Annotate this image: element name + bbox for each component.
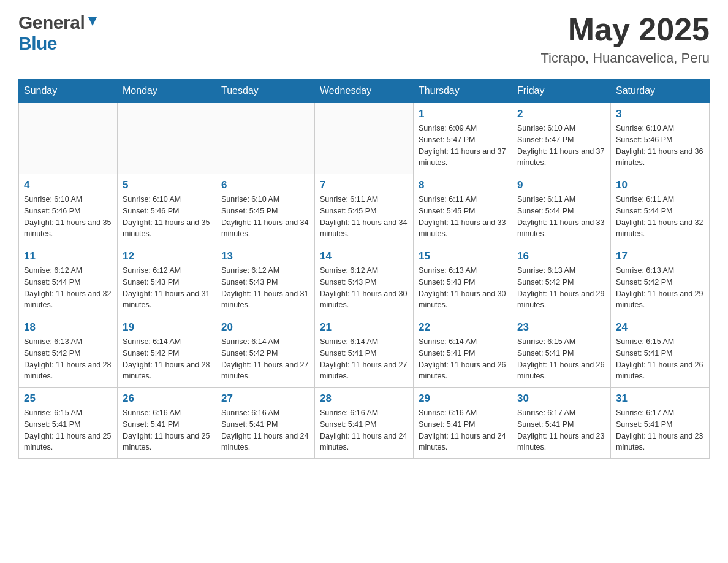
- logo: General Blue: [18, 12, 99, 54]
- day-info: Sunrise: 6:15 AMSunset: 5:41 PMDaylight:…: [24, 407, 112, 453]
- logo-triangle-icon: [86, 15, 99, 31]
- calendar-table: SundayMondayTuesdayWednesdayThursdayFrid…: [18, 79, 710, 459]
- day-number: 21: [320, 321, 408, 334]
- day-info: Sunrise: 6:14 AMSunset: 5:41 PMDaylight:…: [419, 336, 507, 382]
- day-info: Sunrise: 6:12 AMSunset: 5:44 PMDaylight:…: [24, 265, 112, 311]
- day-info: Sunrise: 6:09 AMSunset: 5:47 PMDaylight:…: [419, 123, 507, 169]
- day-number: 15: [419, 250, 507, 262]
- day-number: 20: [221, 321, 309, 334]
- calendar-cell: 25Sunrise: 6:15 AMSunset: 5:41 PMDayligh…: [19, 388, 118, 459]
- day-number: 24: [616, 321, 704, 334]
- calendar-cell: 27Sunrise: 6:16 AMSunset: 5:41 PMDayligh…: [216, 388, 315, 459]
- day-info: Sunrise: 6:11 AMSunset: 5:44 PMDaylight:…: [517, 194, 605, 240]
- calendar-week-row: 1Sunrise: 6:09 AMSunset: 5:47 PMDaylight…: [19, 103, 710, 174]
- day-info: Sunrise: 6:10 AMSunset: 5:47 PMDaylight:…: [517, 123, 605, 169]
- day-number: 5: [123, 179, 211, 191]
- day-number: 1: [419, 108, 507, 120]
- calendar-cell: 8Sunrise: 6:11 AMSunset: 5:45 PMDaylight…: [414, 174, 512, 245]
- calendar-cell: 18Sunrise: 6:13 AMSunset: 5:42 PMDayligh…: [19, 316, 118, 388]
- calendar-cell: 5Sunrise: 6:10 AMSunset: 5:46 PMDaylight…: [118, 174, 216, 245]
- calendar-cell: 17Sunrise: 6:13 AMSunset: 5:42 PMDayligh…: [611, 245, 710, 316]
- day-info: Sunrise: 6:10 AMSunset: 5:46 PMDaylight:…: [24, 194, 112, 240]
- day-info: Sunrise: 6:13 AMSunset: 5:42 PMDaylight:…: [517, 265, 605, 311]
- day-number: 3: [616, 108, 704, 120]
- day-number: 13: [221, 250, 309, 262]
- calendar-cell: 19Sunrise: 6:14 AMSunset: 5:42 PMDayligh…: [118, 316, 216, 388]
- calendar-header-saturday: Saturday: [611, 79, 710, 103]
- calendar-week-row: 11Sunrise: 6:12 AMSunset: 5:44 PMDayligh…: [19, 245, 710, 316]
- day-info: Sunrise: 6:14 AMSunset: 5:42 PMDaylight:…: [221, 336, 309, 382]
- day-info: Sunrise: 6:13 AMSunset: 5:42 PMDaylight:…: [24, 336, 112, 382]
- day-number: 22: [419, 321, 507, 334]
- day-number: 28: [320, 393, 408, 405]
- day-number: 29: [419, 393, 507, 405]
- day-number: 26: [123, 393, 211, 405]
- calendar-cell: 1Sunrise: 6:09 AMSunset: 5:47 PMDaylight…: [414, 103, 512, 174]
- logo-general: General: [18, 12, 85, 33]
- calendar-cell: 16Sunrise: 6:13 AMSunset: 5:42 PMDayligh…: [512, 245, 611, 316]
- calendar-cell: 23Sunrise: 6:15 AMSunset: 5:41 PMDayligh…: [512, 316, 611, 388]
- calendar-cell: 31Sunrise: 6:17 AMSunset: 5:41 PMDayligh…: [611, 388, 710, 459]
- day-number: 4: [24, 179, 112, 191]
- day-number: 2: [517, 108, 605, 120]
- day-number: 27: [221, 393, 309, 405]
- calendar-cell: [216, 103, 315, 174]
- calendar-cell: 6Sunrise: 6:10 AMSunset: 5:45 PMDaylight…: [216, 174, 315, 245]
- day-info: Sunrise: 6:12 AMSunset: 5:43 PMDaylight:…: [123, 265, 211, 311]
- day-info: Sunrise: 6:10 AMSunset: 5:45 PMDaylight:…: [221, 194, 309, 240]
- calendar-cell: 22Sunrise: 6:14 AMSunset: 5:41 PMDayligh…: [414, 316, 512, 388]
- day-info: Sunrise: 6:15 AMSunset: 5:41 PMDaylight:…: [517, 336, 605, 382]
- day-number: 25: [24, 393, 112, 405]
- day-info: Sunrise: 6:12 AMSunset: 5:43 PMDaylight:…: [221, 265, 309, 311]
- day-info: Sunrise: 6:11 AMSunset: 5:44 PMDaylight:…: [616, 194, 704, 240]
- calendar-cell: [118, 103, 216, 174]
- calendar-cell: [315, 103, 414, 174]
- day-number: 18: [24, 321, 112, 334]
- day-info: Sunrise: 6:12 AMSunset: 5:43 PMDaylight:…: [320, 265, 408, 311]
- day-number: 7: [320, 179, 408, 191]
- day-info: Sunrise: 6:11 AMSunset: 5:45 PMDaylight:…: [320, 194, 408, 240]
- calendar-header-tuesday: Tuesday: [216, 79, 315, 103]
- day-info: Sunrise: 6:14 AMSunset: 5:41 PMDaylight:…: [320, 336, 408, 382]
- day-number: 10: [616, 179, 704, 191]
- day-info: Sunrise: 6:16 AMSunset: 5:41 PMDaylight:…: [320, 407, 408, 453]
- day-info: Sunrise: 6:13 AMSunset: 5:42 PMDaylight:…: [616, 265, 704, 311]
- calendar-cell: 11Sunrise: 6:12 AMSunset: 5:44 PMDayligh…: [19, 245, 118, 316]
- calendar-header-row: SundayMondayTuesdayWednesdayThursdayFrid…: [19, 79, 710, 103]
- day-info: Sunrise: 6:16 AMSunset: 5:41 PMDaylight:…: [221, 407, 309, 453]
- day-number: 14: [320, 250, 408, 262]
- svg-marker-0: [88, 17, 97, 26]
- day-info: Sunrise: 6:11 AMSunset: 5:45 PMDaylight:…: [419, 194, 507, 240]
- title-section: May 2025 Ticrapo, Huancavelica, Peru: [540, 12, 710, 66]
- location-title: Ticrapo, Huancavelica, Peru: [540, 50, 710, 66]
- calendar-cell: 30Sunrise: 6:17 AMSunset: 5:41 PMDayligh…: [512, 388, 611, 459]
- calendar-week-row: 25Sunrise: 6:15 AMSunset: 5:41 PMDayligh…: [19, 388, 710, 459]
- day-number: 12: [123, 250, 211, 262]
- calendar-cell: 2Sunrise: 6:10 AMSunset: 5:47 PMDaylight…: [512, 103, 611, 174]
- day-info: Sunrise: 6:17 AMSunset: 5:41 PMDaylight:…: [616, 407, 704, 453]
- logo-blue: Blue: [18, 33, 57, 53]
- day-info: Sunrise: 6:15 AMSunset: 5:41 PMDaylight:…: [616, 336, 704, 382]
- day-info: Sunrise: 6:10 AMSunset: 5:46 PMDaylight:…: [123, 194, 211, 240]
- calendar-cell: 10Sunrise: 6:11 AMSunset: 5:44 PMDayligh…: [611, 174, 710, 245]
- day-number: 30: [517, 393, 605, 405]
- day-number: 8: [419, 179, 507, 191]
- day-info: Sunrise: 6:13 AMSunset: 5:43 PMDaylight:…: [419, 265, 507, 311]
- page-header: General Blue May 2025 Ticrapo, Huancavel…: [18, 12, 710, 66]
- day-number: 31: [616, 393, 704, 405]
- calendar-cell: 24Sunrise: 6:15 AMSunset: 5:41 PMDayligh…: [611, 316, 710, 388]
- calendar-cell: 4Sunrise: 6:10 AMSunset: 5:46 PMDaylight…: [19, 174, 118, 245]
- calendar-cell: [19, 103, 118, 174]
- calendar-cell: 3Sunrise: 6:10 AMSunset: 5:46 PMDaylight…: [611, 103, 710, 174]
- calendar-cell: 13Sunrise: 6:12 AMSunset: 5:43 PMDayligh…: [216, 245, 315, 316]
- day-info: Sunrise: 6:10 AMSunset: 5:46 PMDaylight:…: [616, 123, 704, 169]
- calendar-week-row: 4Sunrise: 6:10 AMSunset: 5:46 PMDaylight…: [19, 174, 710, 245]
- calendar-cell: 28Sunrise: 6:16 AMSunset: 5:41 PMDayligh…: [315, 388, 414, 459]
- calendar-cell: 15Sunrise: 6:13 AMSunset: 5:43 PMDayligh…: [414, 245, 512, 316]
- calendar-header-friday: Friday: [512, 79, 611, 103]
- calendar-cell: 9Sunrise: 6:11 AMSunset: 5:44 PMDaylight…: [512, 174, 611, 245]
- calendar-cell: 26Sunrise: 6:16 AMSunset: 5:41 PMDayligh…: [118, 388, 216, 459]
- calendar-header-wednesday: Wednesday: [315, 79, 414, 103]
- calendar-header-monday: Monday: [118, 79, 216, 103]
- day-number: 11: [24, 250, 112, 262]
